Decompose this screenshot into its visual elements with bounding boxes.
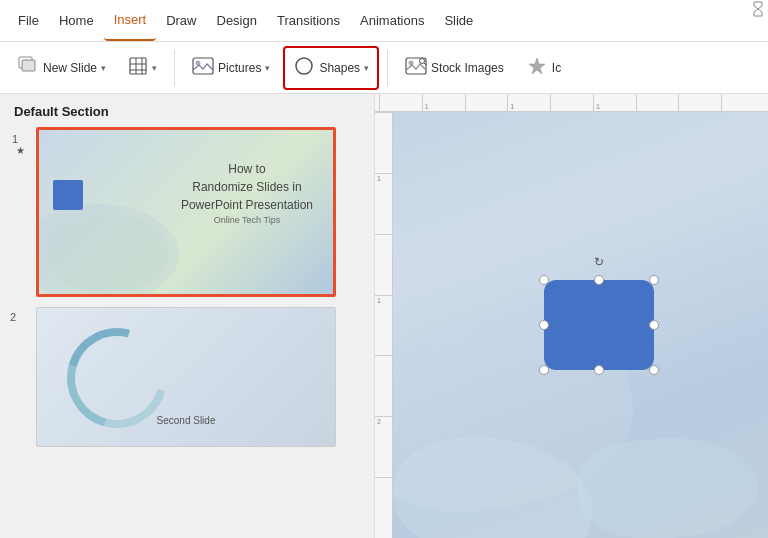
ruler-v-tick-5 [375,355,392,416]
slide-edit-area[interactable]: ↻ [393,112,768,538]
icons-icon [526,56,548,79]
slide-text-area-1: How to Randomize Slides in PowerPoint Pr… [181,160,313,228]
ruler-v-tick-7 [375,477,392,538]
pictures-label: Pictures [218,61,261,75]
slide-star-1: ★ [16,145,25,156]
ruler-tick-3 [465,94,508,111]
selection-box: ↻ [534,270,664,380]
svg-rect-2 [130,58,146,74]
menu-bar: File Home Insert Draw Design Transitions… [0,0,768,42]
right-area: 1 1 1 1 1 2 [375,94,768,538]
handle-br[interactable] [649,365,659,375]
shape-container[interactable]: ↻ [534,270,664,380]
menu-item-animations[interactable]: Animations [350,0,434,41]
menu-item-design[interactable]: Design [207,0,267,41]
menu-item-insert[interactable]: Insert [104,0,157,41]
stock-images-icon [405,56,427,79]
shapes-icon [293,56,315,79]
section-label: Default Section [10,104,364,119]
slide-text-2: Second Slide [37,415,335,426]
slide-title-2: Randomize Slides in [181,178,313,196]
slide-wave-2 [49,214,169,294]
slide-item-1: 1 ★ How to Randomize Slides in PowerPoin… [10,127,364,297]
slide-title-1: How to [181,160,313,178]
handle-bl[interactable] [539,365,549,375]
table-button[interactable]: ▾ [119,46,166,90]
ruler-v-tick-1 [375,112,392,173]
stock-images-label: Stock Images [431,61,504,75]
menu-item-file[interactable]: File [8,0,49,41]
slide-thumb-1[interactable]: How to Randomize Slides in PowerPoint Pr… [36,127,336,297]
shapes-label: Shapes [319,61,360,75]
right-content: 1 1 2 ↻ [375,112,768,538]
ruler-tick-4: 1 [507,94,550,111]
svg-rect-7 [193,58,213,74]
rotate-handle[interactable]: ↻ [593,256,605,268]
slide-number-1: 1 [12,129,28,145]
new-slide-caret[interactable]: ▾ [101,63,106,73]
handle-mr[interactable] [649,320,659,330]
ruler-tick-2: 1 [422,94,465,111]
ruler-v-tick-2: 1 [375,173,392,234]
handle-tr[interactable] [649,275,659,285]
slide-subtitle-1: Online Tech Tips [181,214,313,228]
icons-label: Ic [552,61,561,75]
ruler-horizontal: 1 1 1 [375,94,768,112]
ruler-v-tick-6: 2 [375,416,392,477]
table-caret[interactable]: ▾ [152,63,157,73]
ruler-v-tick-3 [375,234,392,295]
ribbon: New Slide ▾ ▾ Pictures ▾ [0,42,768,94]
ruler-vertical: 1 1 2 [375,112,393,538]
slide-thumb-inner-1: How to Randomize Slides in PowerPoint Pr… [39,130,333,294]
slide-title-3: PowerPoint Presentation [181,196,313,214]
new-slide-icon [17,55,37,80]
ruler-tick-8 [678,94,721,111]
svg-rect-1 [22,60,35,71]
table-icon [128,56,148,79]
slide-item-2: 2 Second Slide [10,307,364,447]
menu-item-draw[interactable]: Draw [156,0,206,41]
ruler-tick-1 [379,94,422,111]
slide-thumb-2[interactable]: Second Slide [36,307,336,447]
pictures-caret[interactable]: ▾ [265,63,270,73]
svg-point-9 [296,58,312,74]
pictures-button[interactable]: Pictures ▾ [183,46,279,90]
slide-number-2: 2 [10,307,16,323]
icons-button[interactable]: Ic [517,46,570,90]
handle-ml[interactable] [539,320,549,330]
main-area: Default Section 1 ★ How to Randomize Sli… [0,94,768,538]
separator-1 [174,50,175,86]
svg-point-12 [420,59,425,64]
separator-2 [387,50,388,86]
ruler-tick-7 [636,94,679,111]
new-slide-label: New Slide [43,61,97,75]
slides-panel: Default Section 1 ★ How to Randomize Sli… [0,94,375,538]
pictures-icon [192,56,214,79]
handle-tm[interactable] [594,275,604,285]
ruler-tick-5 [550,94,593,111]
svg-point-8 [196,61,201,66]
ruler-tick-9 [721,94,764,111]
handle-bm[interactable] [594,365,604,375]
slide-shape [53,180,83,210]
svg-rect-10 [406,58,426,74]
shapes-button[interactable]: Shapes ▾ [283,46,379,90]
selected-shape[interactable] [544,280,654,370]
ruler-v-tick-4: 1 [375,295,392,356]
slide-thumb-inner-2: Second Slide [37,308,335,446]
slide-canvas: ↻ [393,112,768,538]
shapes-caret[interactable]: ▾ [364,63,369,73]
stock-images-button[interactable]: Stock Images [396,46,513,90]
menu-item-transitions[interactable]: Transitions [267,0,350,41]
menu-item-slide[interactable]: Slide [434,0,483,41]
svg-point-11 [409,61,414,66]
new-slide-button[interactable]: New Slide ▾ [8,46,115,90]
handle-tl[interactable] [539,275,549,285]
ruler-tick-6: 1 [593,94,636,111]
menu-item-home[interactable]: Home [49,0,104,41]
